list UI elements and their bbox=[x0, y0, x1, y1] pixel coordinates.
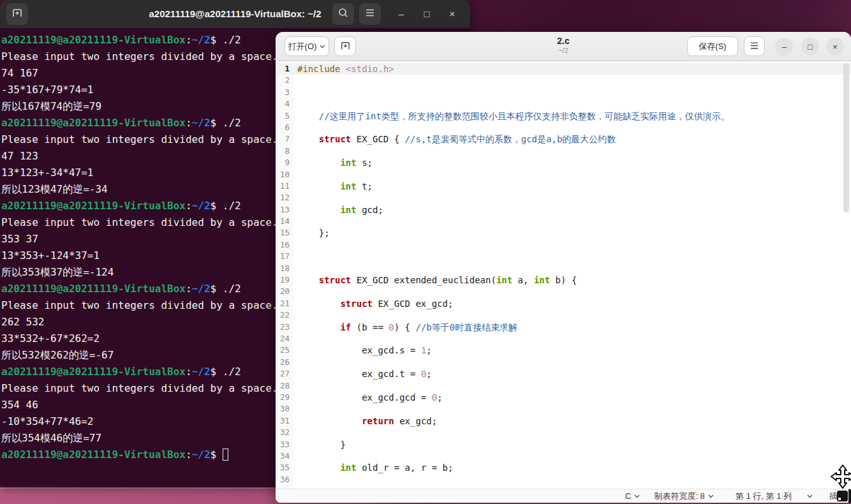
terminal-close-button[interactable]: × bbox=[443, 5, 461, 23]
code-line bbox=[293, 98, 851, 110]
save-button[interactable]: 保存(S) bbox=[687, 36, 738, 56]
line-number: 14 bbox=[276, 216, 293, 227]
terminal-minimize-button[interactable]: – bbox=[392, 5, 410, 23]
line-number: 10 bbox=[276, 169, 293, 181]
code-line bbox=[293, 145, 851, 157]
save-button-label: 保存(S) bbox=[699, 41, 726, 52]
line-number: 30 bbox=[276, 403, 293, 415]
line-number: 5 bbox=[276, 110, 293, 122]
code-line bbox=[293, 357, 851, 368]
open-button[interactable]: 打开(O) bbox=[285, 36, 329, 56]
terminal-cursor bbox=[223, 448, 228, 461]
editor-window: 打开(O) 2.c ~/2 保存(S) – □ × 12345678910111… bbox=[276, 32, 851, 503]
line-number: 26 bbox=[276, 357, 293, 368]
code-line: struct EX_GCD { //s,t是裴蜀等式中的系数，gcd是a,b的最… bbox=[293, 133, 851, 145]
cursor-position[interactable]: 第 1 行, 第 1 列 bbox=[736, 491, 792, 502]
line-number: 24 bbox=[276, 333, 293, 345]
editor-scrollbar[interactable] bbox=[843, 63, 849, 212]
line-number: 2 bbox=[276, 75, 293, 86]
terminal-titlebar[interactable]: a20211119@a20211119-VirtualBox: ~/2 – □ … bbox=[0, 0, 470, 28]
editor-maximize-button[interactable]: □ bbox=[801, 38, 819, 56]
code-line bbox=[293, 380, 851, 392]
terminal-search-button[interactable] bbox=[332, 3, 354, 25]
line-number: 25 bbox=[276, 345, 293, 356]
goto-line-dropdown[interactable] bbox=[807, 494, 813, 498]
input-method-icon[interactable] bbox=[837, 491, 848, 501]
screen-edge-icon bbox=[848, 489, 851, 503]
code-line: if (b == 0) { //b等于0时直接结束求解 bbox=[293, 322, 851, 333]
line-number: 29 bbox=[276, 392, 293, 403]
code-line: int old_r = a, r = b; bbox=[293, 462, 851, 473]
code-line: struct EX_GCD extended_euclidean(int a, … bbox=[293, 274, 851, 286]
code-line: ex_gcd.s = 1; bbox=[293, 345, 851, 356]
line-number: 3 bbox=[276, 87, 293, 98]
code-line: int gcd; bbox=[293, 204, 851, 216]
line-number: 17 bbox=[276, 251, 293, 262]
chevron-down-icon bbox=[708, 494, 714, 498]
code-line bbox=[293, 87, 851, 98]
code-line: #include <stdio.h> bbox=[293, 63, 851, 75]
editor-gutter: 1234567891011121314151617181920212223242… bbox=[276, 62, 293, 489]
line-number: 18 bbox=[276, 263, 293, 274]
new-tab-button[interactable] bbox=[6, 3, 28, 25]
code-line: ex_gcd.gcd = 0; bbox=[293, 392, 851, 403]
code-line: ex_gcd.t = 0; bbox=[293, 368, 851, 380]
code-line bbox=[293, 263, 851, 274]
chevron-down-icon bbox=[807, 494, 813, 498]
new-document-button[interactable] bbox=[334, 36, 356, 56]
line-number: 20 bbox=[276, 286, 293, 297]
chevron-down-icon bbox=[634, 494, 640, 498]
code-line: struct EX_GCD ex_gcd; bbox=[293, 298, 851, 309]
line-number: 23 bbox=[276, 322, 293, 333]
terminal-maximize-button[interactable]: □ bbox=[418, 5, 436, 23]
code-line bbox=[293, 216, 851, 227]
code-line: return ex_gcd; bbox=[293, 415, 851, 427]
code-line bbox=[293, 286, 851, 297]
line-number: 11 bbox=[276, 181, 293, 192]
line-number: 7 bbox=[276, 133, 293, 145]
line-number: 19 bbox=[276, 274, 293, 286]
line-number: 9 bbox=[276, 157, 293, 168]
code-line bbox=[293, 75, 851, 86]
editor-code[interactable]: #include <stdio.h> //这里用了int类型，所支持的整数范围较… bbox=[293, 62, 851, 489]
code-line bbox=[293, 239, 851, 251]
code-line bbox=[293, 309, 851, 321]
move-cursor-icon bbox=[830, 464, 851, 492]
code-line bbox=[293, 450, 851, 462]
editor-menu-button[interactable] bbox=[744, 36, 765, 56]
open-button-label: 打开(O) bbox=[288, 41, 317, 52]
line-number: 34 bbox=[276, 450, 293, 462]
line-number: 22 bbox=[276, 309, 293, 321]
line-number: 1 bbox=[276, 63, 293, 75]
tab-width-selector[interactable]: 制表符宽度: 8 bbox=[654, 491, 713, 502]
code-line bbox=[293, 169, 851, 181]
terminal-menu-button[interactable] bbox=[359, 3, 381, 25]
code-line: //这里用了int类型，所支持的整数范围较小且本程序仅支持非负整数，可能缺乏实际… bbox=[293, 110, 851, 122]
code-line bbox=[293, 474, 851, 485]
new-document-icon bbox=[340, 40, 351, 53]
new-tab-icon bbox=[11, 7, 23, 21]
line-number: 16 bbox=[276, 239, 293, 251]
code-line bbox=[293, 192, 851, 204]
line-number: 6 bbox=[276, 122, 293, 133]
line-number: 8 bbox=[276, 145, 293, 157]
tab-width-label: 制表符宽度: 8 bbox=[654, 491, 704, 502]
line-number: 32 bbox=[276, 427, 293, 438]
search-icon bbox=[337, 7, 349, 21]
editor-close-button[interactable]: × bbox=[826, 38, 844, 56]
code-line: }; bbox=[293, 227, 851, 239]
chevron-down-icon bbox=[320, 45, 325, 48]
line-number: 21 bbox=[276, 298, 293, 309]
editor-headerbar[interactable]: 打开(O) 2.c ~/2 保存(S) – □ × bbox=[276, 32, 851, 61]
code-line bbox=[293, 251, 851, 262]
editor-statusbar: C 制表符宽度: 8 第 1 行, 第 1 列 插入 bbox=[276, 489, 851, 503]
text-area[interactable]: 1234567891011121314151617181920212223242… bbox=[276, 62, 851, 489]
line-number: 35 bbox=[276, 462, 293, 473]
code-line bbox=[293, 403, 851, 415]
editor-minimize-button[interactable]: – bbox=[775, 38, 793, 56]
language-selector[interactable]: C bbox=[625, 491, 640, 501]
line-number: 13 bbox=[276, 204, 293, 216]
code-line: } bbox=[293, 439, 851, 450]
line-number: 12 bbox=[276, 192, 293, 204]
code-line: int t; bbox=[293, 181, 851, 192]
